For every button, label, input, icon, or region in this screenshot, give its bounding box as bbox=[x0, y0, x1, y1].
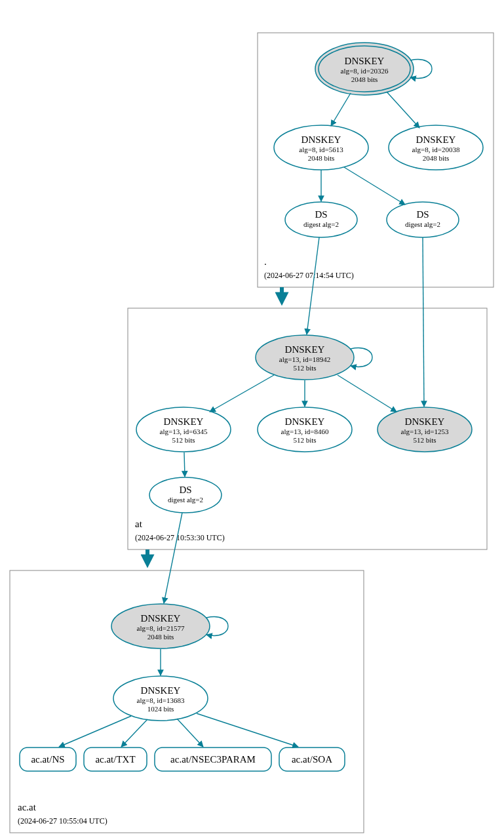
svg-text:DNSKEY: DNSKEY bbox=[285, 416, 325, 427]
svg-text:ac.at/NS: ac.at/NS bbox=[31, 754, 64, 765]
dnssec-auth-graph: . (2024-06-27 07:14:54 UTC) DNSKEY alg=8… bbox=[0, 0, 504, 838]
node-dnskey-acat-21577: DNSKEY alg=8, id=21577 2048 bits bbox=[111, 604, 210, 648]
svg-text:DNSKEY: DNSKEY bbox=[285, 344, 325, 355]
svg-text:512 bits: 512 bits bbox=[293, 364, 316, 372]
record-txt: ac.at/TXT bbox=[84, 748, 147, 771]
record-nsec3param: ac.at/NSEC3PARAM bbox=[155, 748, 271, 771]
zone-at-timestamp: (2024-06-27 10:53:30 UTC) bbox=[135, 533, 225, 542]
svg-text:digest alg=2: digest alg=2 bbox=[405, 220, 440, 228]
node-dnskey-at-18942: DNSKEY alg=13, id=18942 512 bits bbox=[256, 335, 354, 380]
svg-text:alg=8, id=5613: alg=8, id=5613 bbox=[299, 146, 343, 153]
record-soa: ac.at/SOA bbox=[279, 748, 345, 771]
svg-text:alg=8, id=21577: alg=8, id=21577 bbox=[137, 624, 185, 632]
edge bbox=[307, 237, 319, 334]
svg-text:digest alg=2: digest alg=2 bbox=[168, 496, 203, 504]
svg-text:ac.at/SOA: ac.at/SOA bbox=[292, 754, 332, 765]
svg-text:2048 bits: 2048 bits bbox=[351, 75, 378, 83]
zone-acat-name: ac.at bbox=[18, 802, 37, 812]
svg-point-14 bbox=[285, 202, 357, 237]
edge bbox=[331, 93, 351, 126]
svg-text:ac.at/TXT: ac.at/TXT bbox=[95, 754, 135, 765]
edge bbox=[164, 513, 182, 603]
node-dnskey-at-8460: DNSKEY alg=13, id=8460 512 bits bbox=[258, 407, 352, 452]
node-dnskey-root-5613: DNSKEY alg=8, id=5613 2048 bits bbox=[274, 125, 368, 170]
svg-text:DS: DS bbox=[179, 485, 191, 495]
node-ds-root-2: DS digest alg=2 bbox=[387, 202, 459, 237]
svg-text:DNSKEY: DNSKEY bbox=[345, 56, 385, 66]
svg-text:2048 bits: 2048 bits bbox=[147, 633, 174, 641]
svg-text:alg=8, id=20326: alg=8, id=20326 bbox=[341, 67, 389, 75]
edge bbox=[344, 167, 405, 205]
svg-text:512 bits: 512 bits bbox=[413, 436, 436, 444]
node-dnskey-at-1253: DNSKEY alg=13, id=1253 512 bits bbox=[378, 407, 472, 452]
svg-text:alg=13, id=18942: alg=13, id=18942 bbox=[279, 355, 330, 363]
edge bbox=[338, 375, 397, 412]
svg-text:2048 bits: 2048 bits bbox=[308, 154, 335, 162]
node-dnskey-root-20326: DNSKEY alg=8, id=20326 2048 bits bbox=[315, 43, 414, 95]
svg-text:alg=8, id=13683: alg=8, id=13683 bbox=[137, 696, 185, 704]
edge bbox=[121, 719, 147, 747]
svg-text:DNSKEY: DNSKEY bbox=[416, 134, 456, 145]
zone-root-timestamp: (2024-06-27 07:14:54 UTC) bbox=[264, 271, 354, 280]
zone-at-name: at bbox=[135, 519, 143, 529]
zone-root: . (2024-06-27 07:14:54 UTC) DNSKEY alg=8… bbox=[258, 33, 494, 287]
edge bbox=[59, 716, 131, 747]
svg-text:2048 bits: 2048 bits bbox=[423, 154, 450, 162]
zone-acat-timestamp: (2024-06-27 10:55:04 UTC) bbox=[18, 816, 107, 826]
svg-text:DNSKEY: DNSKEY bbox=[301, 134, 341, 145]
zone-root-name: . bbox=[264, 256, 267, 267]
node-dnskey-acat-13683: DNSKEY alg=8, id=13683 1024 bits bbox=[113, 676, 208, 721]
svg-text:512 bits: 512 bits bbox=[293, 436, 316, 444]
zone-at: at (2024-06-27 10:53:30 UTC) DNSKEY alg=… bbox=[128, 237, 487, 549]
svg-text:alg=8, id=20038: alg=8, id=20038 bbox=[412, 146, 460, 153]
svg-text:alg=13, id=8460: alg=13, id=8460 bbox=[281, 428, 329, 435]
svg-text:ac.at/NSEC3PARAM: ac.at/NSEC3PARAM bbox=[170, 754, 256, 765]
svg-text:512 bits: 512 bits bbox=[172, 436, 195, 444]
record-ns: ac.at/NS bbox=[20, 748, 76, 771]
svg-point-17 bbox=[387, 202, 459, 237]
edge bbox=[423, 237, 424, 407]
svg-text:DNSKEY: DNSKEY bbox=[141, 613, 181, 624]
svg-text:alg=13, id=6345: alg=13, id=6345 bbox=[160, 428, 208, 435]
svg-text:DS: DS bbox=[315, 209, 327, 220]
node-dnskey-at-6345: DNSKEY alg=13, id=6345 512 bits bbox=[136, 407, 231, 452]
svg-text:DNSKEY: DNSKEY bbox=[164, 416, 204, 427]
zone-acat: ac.at (2024-06-27 10:55:04 UTC) DNSKEY a… bbox=[10, 513, 364, 833]
node-ds-root-1: DS digest alg=2 bbox=[285, 202, 357, 237]
node-ds-at: DS digest alg=2 bbox=[149, 477, 222, 513]
svg-text:DNSKEY: DNSKEY bbox=[405, 416, 445, 427]
edge bbox=[210, 375, 274, 412]
edge bbox=[177, 719, 203, 747]
svg-text:digest alg=2: digest alg=2 bbox=[303, 220, 339, 228]
edge bbox=[184, 452, 185, 477]
edge bbox=[197, 713, 298, 747]
svg-text:DS: DS bbox=[416, 209, 429, 220]
svg-point-37 bbox=[149, 477, 222, 513]
svg-text:DNSKEY: DNSKEY bbox=[141, 685, 181, 696]
svg-text:1024 bits: 1024 bits bbox=[147, 705, 174, 713]
node-dnskey-root-20038: DNSKEY alg=8, id=20038 2048 bits bbox=[389, 125, 483, 170]
svg-text:alg=13, id=1253: alg=13, id=1253 bbox=[401, 428, 449, 435]
edge bbox=[387, 92, 419, 128]
